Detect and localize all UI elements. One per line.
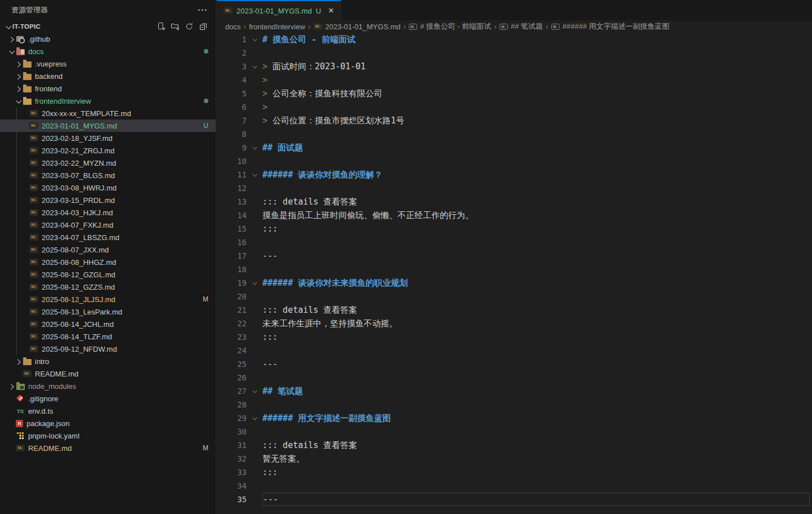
tree-item-backend[interactable]: backend bbox=[0, 70, 216, 82]
code-line-24[interactable]: 24 bbox=[217, 344, 812, 357]
code-line-content[interactable]: > 公司全称：摸鱼科技有限公司 bbox=[262, 87, 810, 100]
code-line-content[interactable]: ::: bbox=[262, 222, 810, 236]
tree-item-20xx-xx-xx_TEMPLATE.md[interactable]: M↓20xx-xx-xx_TEMPLATE.md bbox=[0, 107, 216, 119]
code-line-7[interactable]: 7> 公司位置：摸鱼市摆烂区划水路1号 bbox=[217, 114, 812, 127]
code-line-content[interactable] bbox=[262, 181, 810, 195]
code-line-4[interactable]: 4> bbox=[217, 73, 812, 87]
tab-markdown-file[interactable]: M↓ 2023-01-01_MYGS.md U × bbox=[217, 0, 341, 20]
fold-chevron-icon[interactable] bbox=[247, 146, 262, 149]
code-line-content[interactable]: > bbox=[262, 73, 810, 87]
code-line-content[interactable]: 未来工作生涯中，坚持摸鱼不动摇。 bbox=[262, 317, 810, 330]
code-line-3[interactable]: 3> 面试时间：2023-01-01 bbox=[217, 60, 812, 73]
tree-item-2025-09-12_NFDW.md[interactable]: M↓2025-09-12_NFDW.md bbox=[0, 343, 216, 355]
code-line-22[interactable]: 22未来工作生涯中，坚持摸鱼不动摇。 bbox=[217, 317, 812, 330]
tree-item-2023-02-18_YJSF.md[interactable]: M↓2023-02-18_YJSF.md bbox=[0, 132, 216, 144]
tree-item-.gitignore[interactable]: .gitignore bbox=[0, 392, 216, 405]
code-line-25[interactable]: 25--- bbox=[217, 357, 812, 371]
tree-item-2023-04-07_FXKJ.md[interactable]: M↓2023-04-07_FXKJ.md bbox=[0, 219, 216, 231]
code-line-1[interactable]: 1# 摸鱼公司 - 前端面试 bbox=[217, 33, 812, 46]
code-line-9[interactable]: 9## 面试题 bbox=[217, 141, 812, 154]
fold-chevron-icon[interactable] bbox=[247, 173, 262, 176]
code-line-16[interactable]: 16 bbox=[217, 236, 812, 249]
code-line-19[interactable]: 19###### 谈谈你对未来摸鱼的职业规划 bbox=[217, 276, 812, 290]
code-line-6[interactable]: 6> bbox=[217, 100, 812, 114]
code-line-content[interactable]: ::: bbox=[262, 330, 810, 344]
code-line-14[interactable]: 14摸鱼是指员工上班时间偷玩、偷懒、不正经工作的行为。 bbox=[217, 209, 812, 222]
chevron-right-icon[interactable] bbox=[14, 74, 23, 78]
code-line-content[interactable]: ## 面试题 bbox=[262, 141, 810, 154]
tree-item-2023-01-01_MYGS.md[interactable]: M↓2023-01-01_MYGS.mdU bbox=[0, 119, 216, 132]
code-line-content[interactable]: ###### 谈谈你对摸鱼的理解？ bbox=[262, 168, 810, 181]
code-line-29[interactable]: 29###### 用文字描述一副摸鱼蓝图 bbox=[217, 411, 812, 425]
code-line-27[interactable]: 27## 笔试题 bbox=[217, 384, 812, 398]
code-line-content[interactable]: 暂无答案。 bbox=[262, 452, 810, 466]
fold-chevron-icon[interactable] bbox=[247, 416, 262, 420]
tree-item-2025-08-12_GZGL.md[interactable]: M↓2025-08-12_GZGL.md bbox=[0, 268, 216, 281]
code-line-content[interactable]: ###### 谈谈你对未来摸鱼的职业规划 bbox=[262, 276, 810, 290]
code-line-content[interactable] bbox=[262, 371, 810, 384]
code-line-8[interactable]: 8 bbox=[217, 127, 812, 141]
code-line-content[interactable]: ::: bbox=[262, 466, 810, 479]
code-line-content[interactable]: > bbox=[262, 100, 810, 114]
code-line-content[interactable] bbox=[262, 263, 810, 276]
breadcrumb-item[interactable]: M↓# 摸鱼公司 - 前端面试 bbox=[409, 21, 491, 32]
chevron-right-icon[interactable] bbox=[14, 87, 23, 91]
tree-item-.vuepress[interactable]: .vuepress bbox=[0, 57, 216, 70]
tree-item-docs[interactable]: docs bbox=[0, 45, 216, 57]
breadcrumb-item[interactable]: M↓###### 用文字描述一副摸鱼蓝图 bbox=[551, 21, 670, 32]
code-line-content[interactable]: --- bbox=[262, 357, 810, 371]
tree-item-node_modules[interactable]: node_modules bbox=[0, 380, 216, 392]
code-line-content[interactable]: > 面试时间：2023-01-01 bbox=[262, 60, 810, 73]
code-line-content[interactable]: 摸鱼是指员工上班时间偷玩、偷懒、不正经工作的行为。 bbox=[262, 209, 810, 222]
code-line-content[interactable] bbox=[262, 154, 810, 168]
code-line-13[interactable]: 13::: details 查看答案 bbox=[217, 195, 812, 209]
code-line-18[interactable]: 18 bbox=[217, 263, 812, 276]
code-line-34[interactable]: 34 bbox=[217, 479, 812, 493]
tree-item-2023-03-08_HWRJ.md[interactable]: M↓2023-03-08_HWRJ.md bbox=[0, 181, 216, 194]
new-file-icon[interactable] bbox=[157, 22, 166, 31]
tree-item-2023-02-21_ZRGJ.md[interactable]: M↓2023-02-21_ZRGJ.md bbox=[0, 144, 216, 157]
code-line-17[interactable]: 17--- bbox=[217, 249, 812, 263]
tree-item-2025-08-12_JLJSJ.md[interactable]: M↓2025-08-12_JLJSJ.mdM bbox=[0, 293, 216, 305]
code-line-content[interactable]: --- bbox=[262, 493, 810, 506]
code-line-26[interactable]: 26 bbox=[217, 371, 812, 384]
code-line-12[interactable]: 12 bbox=[217, 181, 812, 195]
new-folder-icon[interactable] bbox=[171, 22, 180, 31]
tree-item-frontendInterview[interactable]: frontendInterview bbox=[0, 95, 216, 107]
code-line-content[interactable] bbox=[262, 46, 810, 60]
tree-item-2025-08-14_JCHL.md[interactable]: M↓2025-08-14_JCHL.md bbox=[0, 318, 216, 330]
tree-item-.github[interactable]: .github bbox=[0, 33, 216, 45]
breadcrumb-item[interactable]: M↓2023-01-01_MYGS.md bbox=[314, 23, 401, 31]
tree-item-2023-04-03_HJKJ.md[interactable]: M↓2023-04-03_HJKJ.md bbox=[0, 206, 216, 219]
tree-item-2025-08-08_HHGZ.md[interactable]: M↓2025-08-08_HHGZ.md bbox=[0, 256, 216, 268]
code-line-31[interactable]: 31::: details 查看答案 bbox=[217, 438, 812, 452]
code-line-content[interactable] bbox=[262, 236, 810, 249]
code-line-23[interactable]: 23::: bbox=[217, 330, 812, 344]
code-line-11[interactable]: 11###### 谈谈你对摸鱼的理解？ bbox=[217, 168, 812, 181]
chevron-down-icon[interactable] bbox=[7, 50, 16, 54]
fold-chevron-icon[interactable] bbox=[247, 281, 262, 285]
tree-item-README.md[interactable]: M↓README.md bbox=[0, 367, 216, 380]
code-line-content[interactable]: --- bbox=[262, 249, 810, 263]
tree-item-2025-08-07_JXX.md[interactable]: M↓2025-08-07_JXX.md bbox=[0, 243, 216, 256]
more-actions-icon[interactable]: ··· bbox=[198, 7, 208, 13]
tree-item-intro[interactable]: intro bbox=[0, 355, 216, 367]
tree-item-pnpm-lock.yaml[interactable]: pnpm-lock.yaml bbox=[0, 429, 216, 442]
code-line-5[interactable]: 5> 公司全称：摸鱼科技有限公司 bbox=[217, 87, 812, 100]
code-line-content[interactable] bbox=[262, 425, 810, 438]
fold-chevron-icon[interactable] bbox=[247, 38, 262, 41]
code-line-20[interactable]: 20 bbox=[217, 290, 812, 303]
chevron-down-icon[interactable] bbox=[3, 25, 12, 29]
tree-item-README.md[interactable]: M↓README.mdM bbox=[0, 442, 216, 454]
tree-item-frontend[interactable]: frontend bbox=[0, 82, 216, 95]
tree-item-2025-08-13_LesPark.md[interactable]: M↓2025-08-13_LesPark.md bbox=[0, 305, 216, 318]
breadcrumb-item[interactable]: M↓## 笔试题 bbox=[499, 21, 543, 32]
chevron-right-icon[interactable] bbox=[7, 384, 16, 388]
code-line-content[interactable]: ## 笔试题 bbox=[262, 384, 810, 398]
code-line-content[interactable]: ::: details 查看答案 bbox=[262, 195, 810, 209]
code-line-15[interactable]: 15::: bbox=[217, 222, 812, 236]
code-line-10[interactable]: 10 bbox=[217, 154, 812, 168]
tree-item-env.d.ts[interactable]: TSenv.d.ts bbox=[0, 405, 216, 417]
section-header-it-topic[interactable]: IT-TOPIC bbox=[0, 20, 216, 33]
chevron-right-icon[interactable] bbox=[7, 37, 16, 41]
